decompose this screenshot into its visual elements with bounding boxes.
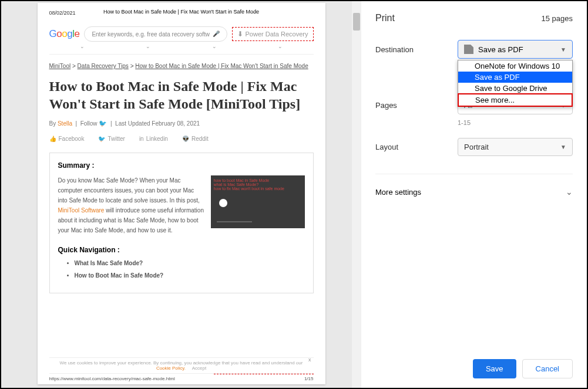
cancel-button[interactable]: Cancel: [522, 359, 573, 378]
chevron-down-icon: ⌄: [278, 43, 283, 49]
summary-thumbnail: how to boot Mac in Safe Mode what is Mac…: [211, 175, 305, 228]
destination-value: Save as PDF: [478, 45, 523, 54]
chevron-down-icon: ⌄: [80, 43, 85, 49]
scrollbar-thumb[interactable]: [353, 13, 360, 31]
byline-by: By: [49, 120, 56, 127]
divider: [375, 174, 573, 174]
summary-text: Do you know Mac Safe Mode? When your Mac…: [58, 175, 205, 235]
dropdown-item-save-pdf[interactable]: Save as PDF: [458, 72, 572, 83]
linkedin-icon: in: [139, 136, 144, 142]
destination-select[interactable]: Save as PDF ▼: [458, 40, 573, 59]
facebook-icon: 👍: [49, 136, 56, 142]
summary-heading: Summary :: [58, 161, 305, 170]
byline-author[interactable]: Stella: [58, 120, 72, 127]
cookie-accept[interactable]: Accept: [192, 366, 206, 371]
footer-page-number: 1/15: [304, 376, 314, 381]
destination-label: Destination: [375, 45, 458, 54]
print-page-count: 15 pages: [542, 14, 573, 23]
chevron-down-icon: ⌄: [566, 187, 573, 197]
quicknav-heading: Quick Navigation :: [58, 246, 305, 254]
cookie-banner: x We use cookies to improve your experie…: [49, 357, 314, 374]
google-logo: Google: [49, 28, 80, 40]
pdr-label: Power Data Recovery: [246, 31, 308, 38]
preview-scrollbar[interactable]: [352, 1, 361, 388]
chevron-down-icon: ▼: [560, 144, 566, 150]
footer-url: https://www.minitool.com/data-recovery/m…: [49, 376, 175, 381]
more-settings-label: More settings: [375, 188, 421, 197]
breadcrumb-section[interactable]: Data Recovery Tips: [78, 63, 129, 69]
dropdown-item-see-more[interactable]: See more...: [458, 93, 573, 107]
pdf-file-icon: [464, 45, 473, 54]
layout-row: Layout Portrait ▼: [375, 138, 573, 156]
print-title: Print: [375, 13, 395, 23]
print-settings-pane: Print 15 pages Destination Save as PDF ▼…: [361, 1, 587, 388]
breadcrumb-home[interactable]: MiniTool: [49, 63, 71, 69]
annotation-marker: [214, 374, 314, 374]
layout-value: Portrait: [464, 143, 489, 151]
reddit-icon: 👽: [182, 136, 189, 142]
print-preview-pane: 08/02/2021 How to Boot Mac in Safe Mode …: [1, 1, 361, 388]
layout-select[interactable]: Portrait ▼: [458, 138, 573, 156]
byline-follow[interactable]: Follow: [80, 120, 98, 127]
byline-updated: Last Updated February 08, 2021: [115, 120, 200, 127]
print-footer: Save Cancel: [375, 359, 573, 378]
save-button[interactable]: Save: [473, 359, 516, 378]
search-placeholder: Enter keywords, e.g. free data recovery …: [92, 31, 210, 38]
page-header-title: How to Boot Mac in Safe Mode | Fix Mac W…: [38, 9, 325, 15]
power-data-recovery-button[interactable]: ⬇ Power Data Recovery: [232, 27, 314, 41]
download-icon: ⬇: [237, 30, 243, 38]
mic-icon: 🎤: [213, 31, 220, 38]
twitter-icon: 🐦: [98, 136, 105, 142]
article-title: How to Boot Mac in Safe Mode | Fix Mac W…: [49, 77, 314, 113]
pages-label: Pages: [375, 101, 458, 110]
share-linkedin[interactable]: inLinkedin: [139, 136, 168, 142]
close-icon[interactable]: x: [308, 357, 311, 363]
chevron-down-icon: ⌄: [212, 43, 217, 49]
social-share-row: 👍Facebook 🐦Twitter inLinkedin 👽Reddit: [49, 136, 314, 142]
search-input[interactable]: Enter keywords, e.g. free data recovery …: [84, 26, 227, 42]
minitool-link[interactable]: MiniTool Software: [58, 207, 105, 214]
breadcrumb: MiniTool > Data Recovery Tips > How to B…: [49, 63, 314, 69]
share-reddit[interactable]: 👽Reddit: [182, 136, 209, 142]
chevron-down-icon: ⌄: [146, 43, 150, 49]
layout-label: Layout: [375, 143, 458, 151]
dropdown-item-onenote[interactable]: OneNote for Windows 10: [458, 60, 572, 72]
quicknav-item[interactable]: What Is Mac Safe Mode?: [75, 260, 305, 266]
chevron-down-icon: ▼: [560, 46, 566, 53]
more-settings-toggle[interactable]: More settings ⌄: [375, 185, 573, 199]
thumbnail-badge-icon: [219, 199, 227, 207]
twitter-icon[interactable]: 🐦: [99, 120, 107, 127]
destination-row: Destination Save as PDF ▼ OneNote for Wi…: [375, 40, 573, 59]
share-twitter[interactable]: 🐦Twitter: [98, 136, 125, 142]
byline: By Stella | Follow 🐦 | Last Updated Febr…: [49, 120, 314, 127]
nav-divider: ⌄ ⌄ ⌄ ⌄: [49, 42, 314, 55]
pages-hint: 1-15: [458, 119, 573, 126]
cookie-policy-link[interactable]: Cookie Policy.: [156, 366, 186, 371]
quicknav-list: What Is Mac Safe Mode? How to Boot Mac i…: [75, 260, 305, 279]
quicknav-item[interactable]: How to Boot Mac in Safe Mode?: [75, 272, 305, 279]
preview-page: 08/02/2021 How to Boot Mac in Safe Mode …: [38, 3, 325, 384]
breadcrumb-page[interactable]: How to Boot Mac in Safe Mode | Fix Mac W…: [135, 63, 308, 69]
summary-box: Summary : Do you know Mac Safe Mode? Whe…: [49, 153, 314, 293]
destination-dropdown: OneNote for Windows 10 Save as PDF Save …: [458, 60, 573, 107]
dropdown-item-google-drive[interactable]: Save to Google Drive: [458, 83, 572, 94]
share-facebook[interactable]: 👍Facebook: [49, 136, 85, 142]
